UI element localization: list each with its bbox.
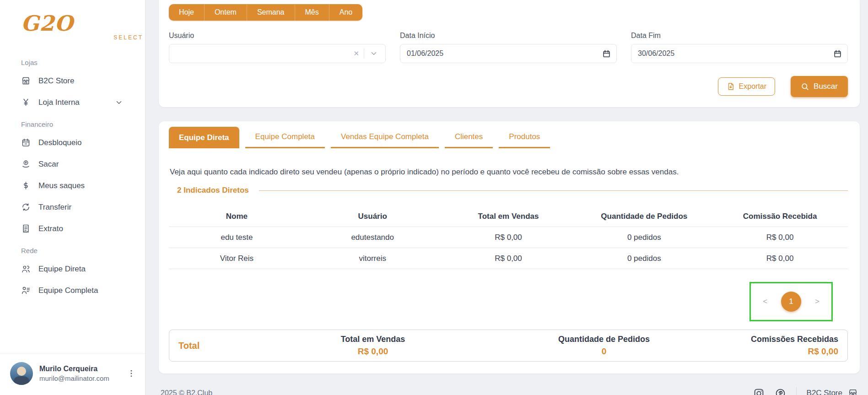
- sidebar-item-label: Meus saques: [38, 181, 85, 190]
- logo: G2O SELECT: [21, 13, 145, 40]
- search-button-label: Buscar: [814, 82, 838, 91]
- filters-card: Hoje Ontem Semana Mês Ano Usuário ✕: [159, 0, 860, 107]
- section-label-rede: Rede: [0, 239, 145, 258]
- calendar-icon[interactable]: [602, 49, 611, 58]
- quick-filter-hoje[interactable]: Hoje: [169, 4, 205, 21]
- logo-text: G2O: [21, 11, 73, 36]
- transfer-icon: [21, 202, 31, 212]
- chevron-down-icon[interactable]: [115, 98, 123, 107]
- store-icon: [21, 76, 31, 86]
- total-pedidos-value: 0: [508, 346, 700, 357]
- pagination-page-1[interactable]: 1: [781, 292, 801, 312]
- total-comissoes-title: Comissões Recebidas: [700, 335, 838, 344]
- team-table: Nome Usuário Total em Vendas Quantidade …: [169, 206, 848, 269]
- total-comissoes-value: R$ 0,00: [700, 346, 838, 357]
- main-content: Hoje Ontem Semana Mês Ano Usuário ✕: [146, 0, 868, 395]
- sidebar-item-label: Equipe Completa: [38, 286, 98, 295]
- calendar-icon[interactable]: [833, 49, 842, 58]
- total-pedidos-title: Quantidade de Pedidos: [508, 335, 700, 344]
- total-vendas-value: R$ 0,00: [238, 346, 508, 357]
- table-row: edu teste edutestando R$ 0,00 0 pedidos …: [169, 227, 848, 248]
- sidebar-item-extrato[interactable]: Extrato: [0, 218, 145, 239]
- receipt-icon: [21, 224, 31, 233]
- footer-divider: [796, 387, 797, 395]
- pagination-prev-button[interactable]: <: [763, 297, 767, 306]
- quick-filter-mes[interactable]: Mês: [295, 4, 329, 21]
- copyright-text: 2025 © B2.Club: [161, 389, 212, 395]
- cell-nome: edu teste: [169, 233, 305, 242]
- total-vendas-col: Total em Vendas R$ 0,00: [238, 335, 508, 357]
- results-card: Equipe Direta Equipe Completa Vendas Equ…: [159, 121, 860, 373]
- clear-icon[interactable]: ✕: [349, 49, 364, 58]
- quick-filter-ontem[interactable]: Ontem: [205, 4, 247, 21]
- search-button[interactable]: Buscar: [791, 76, 848, 97]
- user-field-label: Usuário: [169, 32, 386, 40]
- calendar-unlock-icon: [21, 138, 31, 147]
- table-row: Vitor Reis vitorreis R$ 0,00 0 pedidos R…: [169, 248, 848, 269]
- direct-referrals-count: 2 Indicados Diretos: [177, 186, 249, 195]
- sidebar-item-transferir[interactable]: Transferir: [0, 196, 145, 218]
- total-pedidos-col: Quantidade de Pedidos 0: [508, 335, 700, 357]
- col-header-nome: Nome: [169, 212, 305, 221]
- filter-fields-row: Usuário ✕ Data Início 01/06/2025: [169, 32, 848, 63]
- date-start-field: Data Início 01/06/2025: [400, 32, 617, 63]
- totals-label: Total: [169, 341, 238, 351]
- date-start-label: Data Início: [400, 32, 617, 40]
- totals-bar: Total Total em Vendas R$ 0,00 Quantidade…: [169, 330, 848, 362]
- sidebar-item-loja-interna[interactable]: Loja Interna: [0, 92, 145, 113]
- total-comissoes-col: Comissões Recebidas R$ 0,00: [700, 335, 847, 357]
- quick-filter-ano[interactable]: Ano: [329, 4, 362, 21]
- col-header-qtd-pedidos: Quantidade de Pedidos: [576, 212, 712, 221]
- col-header-total-vendas: Total em Vendas: [441, 212, 577, 221]
- tab-equipe-direta[interactable]: Equipe Direta: [169, 127, 239, 148]
- cell-comissao: R$ 0,00: [712, 254, 848, 263]
- footer-links: B2C Store: [753, 387, 858, 395]
- export-button-label: Exportar: [739, 82, 766, 91]
- sidebar-item-label: Desbloqueio: [38, 138, 82, 147]
- quick-filter-semana[interactable]: Semana: [247, 4, 295, 21]
- date-end-value: 30/06/2025: [638, 49, 833, 58]
- sidebar-item-label: B2C Store: [38, 76, 74, 86]
- export-button[interactable]: Exportar: [718, 77, 775, 96]
- total-vendas-title: Total em Vendas: [238, 335, 508, 344]
- pagination-next-button[interactable]: >: [815, 297, 819, 306]
- tab-vendas-equipe-completa[interactable]: Vendas Equipe Completa: [331, 127, 439, 148]
- instagram-icon[interactable]: [753, 388, 765, 395]
- tab-produtos[interactable]: Produtos: [499, 127, 550, 148]
- sidebar-nav: Lojas B2C Store Loja Interna Financeiro: [0, 43, 145, 353]
- sidebar-item-label: Transferir: [38, 203, 71, 212]
- pinterest-icon[interactable]: [775, 388, 786, 395]
- sidebar-item-meus-saques[interactable]: Meus saques: [0, 175, 145, 196]
- footer-b2c-store-link[interactable]: B2C Store: [807, 388, 858, 395]
- cell-comissao: R$ 0,00: [712, 233, 848, 242]
- pagination-area: < 1 >: [169, 282, 848, 321]
- tab-clientes[interactable]: Clientes: [445, 127, 493, 148]
- sidebar-item-label: Extrato: [38, 224, 63, 233]
- sidebar-item-equipe-direta[interactable]: Equipe Direta: [0, 258, 145, 280]
- dots-vertical-icon[interactable]: [127, 369, 136, 378]
- chevron-down-icon[interactable]: [364, 49, 380, 58]
- users-icon: [21, 264, 31, 274]
- table-header-row: Nome Usuário Total em Vendas Quantidade …: [169, 206, 848, 227]
- cell-total-vendas: R$ 0,00: [441, 254, 577, 263]
- yen-icon: [21, 97, 31, 107]
- sidebar-item-equipe-completa[interactable]: Equipe Completa: [0, 280, 145, 301]
- date-start-input[interactable]: 01/06/2025: [400, 44, 617, 63]
- sidebar: G2O SELECT Lojas B2C Store Loja Interna: [0, 0, 146, 395]
- tab-equipe-completa[interactable]: Equipe Completa: [245, 127, 325, 148]
- section-label-lojas: Lojas: [0, 51, 145, 70]
- user-list-icon: [21, 286, 31, 295]
- sidebar-item-b2c-store[interactable]: B2C Store: [0, 70, 145, 92]
- sidebar-item-sacar[interactable]: Sacar: [0, 153, 145, 175]
- highlight-box: < 1 >: [749, 282, 833, 321]
- export-icon: [727, 82, 735, 91]
- date-end-input[interactable]: 30/06/2025: [631, 44, 848, 63]
- cell-usuario: edutestando: [305, 233, 441, 242]
- sidebar-item-desbloqueio[interactable]: Desbloqueio: [0, 132, 145, 153]
- cell-nome: Vitor Reis: [169, 254, 305, 263]
- withdraw-icon: [21, 159, 31, 169]
- user-select[interactable]: ✕: [169, 44, 386, 63]
- sidebar-item-label: Loja Interna: [38, 98, 80, 107]
- col-header-comissao: Comissão Recebida: [712, 212, 848, 221]
- cell-total-vendas: R$ 0,00: [441, 233, 577, 242]
